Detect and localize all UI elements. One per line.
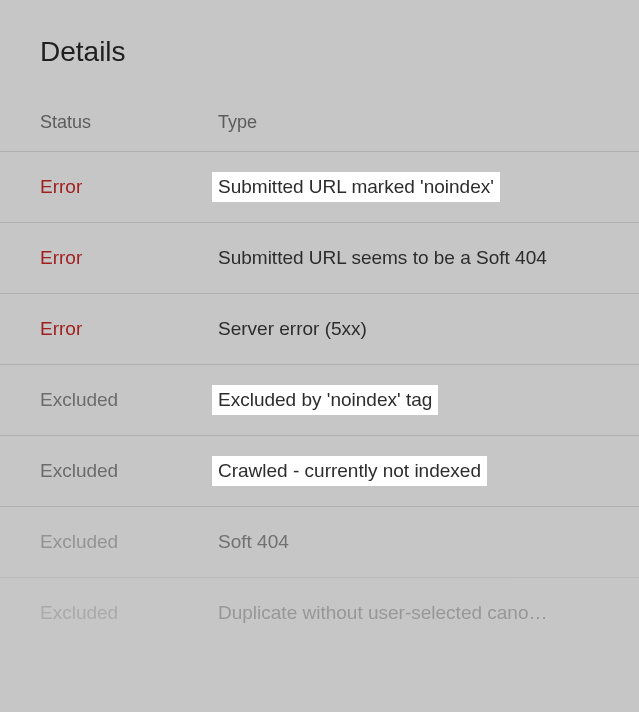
table-row[interactable]: Error Submitted URL marked 'noindex' <box>0 152 639 223</box>
type-label: Duplicate without user-selected cano… <box>218 602 548 624</box>
type-label: Submitted URL marked 'noindex' <box>212 172 500 202</box>
type-label: Excluded by 'noindex' tag <box>212 385 438 415</box>
column-header-status: Status <box>40 112 91 132</box>
status-label: Excluded <box>40 602 118 623</box>
table-row[interactable]: Excluded Soft 404 <box>0 507 639 578</box>
status-label: Error <box>40 318 82 339</box>
type-label: Soft 404 <box>218 531 289 553</box>
status-label: Excluded <box>40 531 118 552</box>
status-label: Excluded <box>40 460 118 481</box>
type-label: Crawled - currently not indexed <box>212 456 487 486</box>
status-label: Error <box>40 176 82 197</box>
table-row[interactable]: Excluded Crawled - currently not indexed <box>0 436 639 507</box>
status-label: Excluded <box>40 389 118 410</box>
table-body: Error Submitted URL marked 'noindex' Err… <box>0 151 639 624</box>
table-row[interactable]: Excluded Duplicate without user-selected… <box>0 578 639 624</box>
type-label: Server error (5xx) <box>218 318 367 340</box>
table-row[interactable]: Error Server error (5xx) <box>0 294 639 365</box>
type-label: Submitted URL seems to be a Soft 404 <box>218 247 547 269</box>
details-panel: Details Status Type Error Submitted URL … <box>0 0 639 624</box>
page-title: Details <box>0 36 639 112</box>
table-header: Status Type <box>0 112 639 151</box>
status-label: Error <box>40 247 82 268</box>
table-row[interactable]: Error Submitted URL seems to be a Soft 4… <box>0 223 639 294</box>
column-header-type: Type <box>218 112 257 132</box>
table-row[interactable]: Excluded Excluded by 'noindex' tag <box>0 365 639 436</box>
